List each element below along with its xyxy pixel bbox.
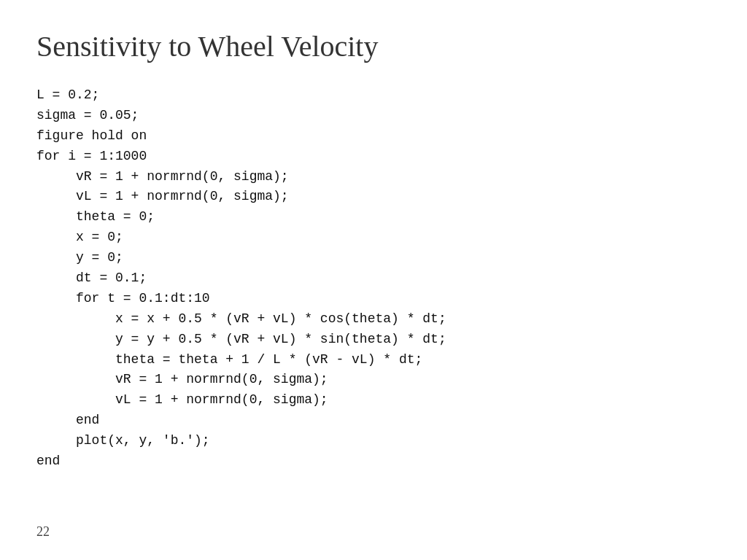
page-number: 22 [36, 524, 50, 540]
slide-container: Sensitivity to Wheel Velocity L = 0.2; s… [0, 0, 747, 560]
code-block: L = 0.2; sigma = 0.05; figure hold on fo… [36, 85, 711, 472]
slide-title: Sensitivity to Wheel Velocity [36, 29, 711, 63]
